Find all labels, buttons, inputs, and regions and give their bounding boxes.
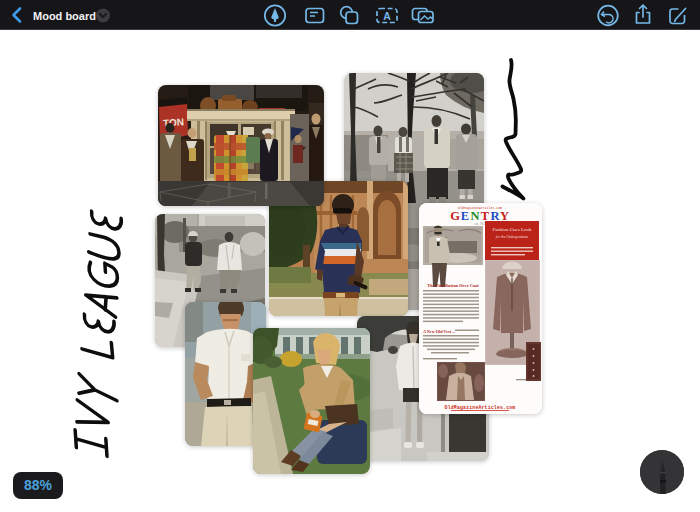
svg-text:A New Old Vest ...: A New Old Vest ...: [423, 329, 455, 334]
svg-text:Y: Y: [500, 209, 509, 223]
svg-text:OldMagazineArticles.com: OldMagazineArticles.com: [445, 405, 516, 410]
svg-text:G: G: [450, 209, 460, 223]
svg-text:N: N: [470, 209, 479, 223]
svg-text:for the Undergraduate: for the Undergraduate: [496, 235, 529, 239]
svg-text:Mood board: Mood board: [33, 10, 96, 22]
svg-text:T: T: [481, 209, 490, 223]
svg-text:R: R: [490, 209, 500, 223]
svg-text:The Fine Button Over Coat: The Fine Button Over Coat: [427, 283, 479, 288]
svg-text:Fashion Cues Look: Fashion Cues Look: [493, 227, 532, 232]
svg-text:est. 1951: est. 1951: [475, 222, 486, 226]
svg-text:A: A: [383, 10, 391, 22]
svg-text:E: E: [461, 209, 469, 223]
